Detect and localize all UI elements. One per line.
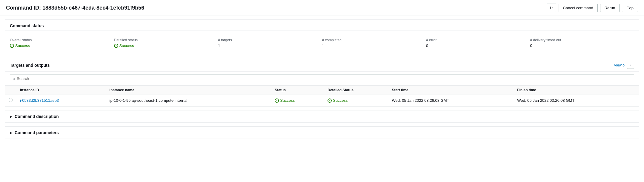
delivery-cell: # delivery timed out 0 — [530, 38, 634, 48]
row-start-time: Wed, 05 Jan 2022 03:26:08 GMT — [388, 95, 514, 106]
targets-header: Targets and outputs View o › — [5, 58, 639, 72]
command-description-title: Command description — [15, 114, 59, 119]
delivery-label: # delivery timed out — [530, 38, 634, 42]
command-parameters-header[interactable]: ▶ Command parameters — [5, 127, 639, 139]
overall-status-value: ✓ Success — [10, 43, 114, 48]
command-status-card: Command status Overall status ✓ Success … — [5, 19, 639, 54]
col-finish-time: Finish time — [514, 86, 639, 95]
col-status: Status — [271, 86, 324, 95]
col-radio — [5, 86, 16, 95]
detailed-status-cell: Detailed status ✓ Success — [114, 38, 218, 48]
table-row: i-0533d2b371511aeb3ip-10-0-1-95.ap-south… — [5, 95, 639, 106]
error-label: # error — [426, 38, 530, 42]
search-icon: ⌕ — [13, 76, 15, 81]
description-arrow-icon: ▶ — [10, 115, 12, 118]
command-description-header[interactable]: ▶ Command description — [5, 110, 639, 122]
targets-table: Instance ID Instance name Status Detaile… — [5, 86, 639, 106]
table-header-row: Instance ID Instance name Status Detaile… — [5, 86, 639, 95]
delivery-value: 0 — [530, 43, 634, 48]
row-finish-time: Wed, 05 Jan 2022 03:26:08 GMT — [514, 95, 639, 106]
targets-value: 1 — [218, 43, 322, 48]
command-status-title: Command status — [10, 23, 44, 28]
col-start-time: Start time — [388, 86, 514, 95]
targets-outputs-card: Targets and outputs View o › ⌕ Instance … — [5, 58, 639, 107]
detailed-status-label: Detailed status — [114, 38, 218, 42]
command-parameters-title: Command parameters — [15, 130, 59, 135]
search-bar-container: ⌕ — [5, 72, 639, 86]
copy-button[interactable]: Cop — [622, 4, 638, 12]
row-radio[interactable] — [5, 95, 16, 106]
row-instance-id: i-0533d2b371511aeb3 — [16, 95, 106, 106]
row-detailed-status: ✓Success — [324, 95, 388, 106]
error-value: 0 — [426, 43, 530, 48]
search-bar: ⌕ — [10, 75, 634, 82]
completed-label: # completed — [322, 38, 426, 42]
targets-label: # targets — [218, 38, 322, 42]
instance-id-link[interactable]: i-0533d2b371511aeb3 — [20, 98, 59, 103]
command-status-body: Overall status ✓ Success Detailed status… — [5, 31, 639, 54]
row-detailed-status-text: Success — [333, 98, 348, 103]
refresh-icon: ↻ — [550, 6, 553, 10]
row-status-icon: ✓ — [275, 98, 279, 103]
detailed-status-value: ✓ Success — [114, 43, 218, 48]
row-instance-name: ip-10-0-1-95.ap-southeast-1.compute.inte… — [106, 95, 271, 106]
cancel-command-button[interactable]: Cancel command — [559, 4, 598, 12]
completed-cell: # completed 1 — [322, 38, 426, 48]
overall-status-text: Success — [15, 43, 30, 48]
panel-chevron-button[interactable]: › — [627, 62, 634, 69]
detailed-status-text: Success — [119, 43, 134, 48]
col-detailed-status: Detailed Status — [324, 86, 388, 95]
header-actions: ↻ Cancel command Rerun Cop — [547, 4, 638, 12]
status-row: Overall status ✓ Success Detailed status… — [10, 36, 634, 49]
page-title: Command ID: 1883d55b-c467-4eda-8ec4-1efc… — [6, 5, 144, 11]
targets-cell: # targets 1 — [218, 38, 322, 48]
search-input[interactable] — [17, 76, 631, 81]
page-header: Command ID: 1883d55b-c467-4eda-8ec4-1efc… — [0, 0, 644, 16]
command-parameters-section: ▶ Command parameters — [5, 126, 639, 139]
col-instance-id: Instance ID — [16, 86, 106, 95]
col-instance-name: Instance name — [106, 86, 271, 95]
command-status-header: Command status — [5, 20, 639, 31]
targets-title: Targets and outputs — [10, 63, 50, 68]
row-detailed-status-icon: ✓ — [328, 98, 332, 103]
view-output-button[interactable]: View o — [614, 63, 625, 67]
refresh-button[interactable]: ↻ — [547, 4, 556, 12]
page-container: Command ID: 1883d55b-c467-4eda-8ec4-1efc… — [0, 0, 644, 182]
detailed-success-icon: ✓ — [114, 44, 118, 48]
command-description-section: ▶ Command description — [5, 110, 639, 123]
rerun-button[interactable]: Rerun — [600, 4, 620, 12]
error-cell: # error 0 — [426, 38, 530, 48]
row-status: ✓Success — [271, 95, 324, 106]
row-status-text: Success — [280, 98, 295, 103]
overall-status-label: Overall status — [10, 38, 114, 42]
parameters-arrow-icon: ▶ — [10, 131, 12, 134]
overall-success-icon: ✓ — [10, 44, 14, 48]
completed-value: 1 — [322, 43, 426, 48]
overall-status-cell: Overall status ✓ Success — [10, 38, 114, 48]
